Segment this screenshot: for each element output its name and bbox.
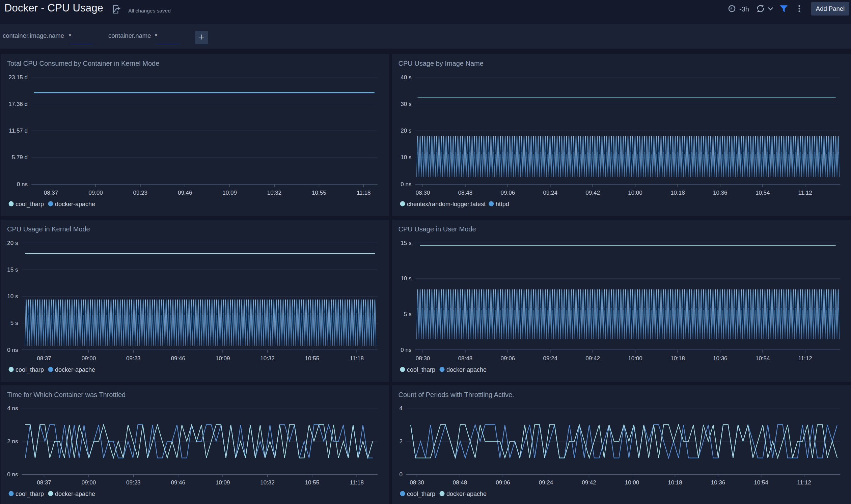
svg-text:23.15 d: 23.15 d bbox=[8, 74, 28, 80]
svg-text:09:42: 09:42 bbox=[582, 479, 596, 486]
svg-text:cool_tharp: cool_tharp bbox=[16, 366, 44, 373]
svg-text:10 s: 10 s bbox=[401, 154, 411, 161]
svg-text:09:00: 09:00 bbox=[88, 189, 103, 196]
svg-text:11:18: 11:18 bbox=[350, 479, 364, 486]
svg-text:09:00: 09:00 bbox=[82, 479, 96, 486]
svg-text:cool_tharp: cool_tharp bbox=[16, 490, 44, 497]
svg-text:4 ns: 4 ns bbox=[7, 405, 18, 411]
svg-text:docker-apache: docker-apache bbox=[446, 490, 486, 497]
svg-text:08:30: 08:30 bbox=[415, 355, 430, 361]
svg-text:30 s: 30 s bbox=[401, 101, 411, 107]
svg-text:09:42: 09:42 bbox=[585, 189, 600, 196]
svg-text:5 s: 5 s bbox=[11, 320, 18, 326]
svg-text:09:24: 09:24 bbox=[538, 479, 553, 486]
svg-text:10:00: 10:00 bbox=[628, 355, 642, 361]
svg-text:0 ns: 0 ns bbox=[17, 181, 28, 187]
svg-text:09:46: 09:46 bbox=[171, 479, 185, 486]
svg-text:0 ns: 0 ns bbox=[401, 181, 411, 187]
svg-text:10:32: 10:32 bbox=[267, 189, 282, 196]
svg-text:08:30: 08:30 bbox=[410, 479, 424, 486]
svg-text:10:54: 10:54 bbox=[755, 189, 770, 196]
svg-text:0: 0 bbox=[399, 471, 402, 478]
svg-text:httpd: httpd bbox=[495, 200, 509, 207]
svg-text:11.57 d: 11.57 d bbox=[9, 127, 28, 134]
svg-text:11:18: 11:18 bbox=[357, 189, 371, 196]
svg-text:08:37: 08:37 bbox=[37, 355, 51, 361]
svg-text:2 ns: 2 ns bbox=[7, 438, 18, 444]
svg-text:cool_tharp: cool_tharp bbox=[16, 200, 44, 208]
svg-text:08:37: 08:37 bbox=[44, 189, 58, 196]
svg-text:10:36: 10:36 bbox=[713, 355, 727, 361]
svg-text:09:00: 09:00 bbox=[82, 355, 96, 361]
svg-text:08:30: 08:30 bbox=[415, 189, 430, 196]
svg-text:09:06: 09:06 bbox=[500, 189, 515, 196]
svg-text:10:09: 10:09 bbox=[223, 189, 237, 196]
svg-text:10:09: 10:09 bbox=[216, 355, 230, 361]
svg-text:docker-apache: docker-apache bbox=[55, 490, 95, 497]
svg-text:chentex/random-logger:latest: chentex/random-logger:latest bbox=[407, 200, 485, 207]
svg-text:09:06: 09:06 bbox=[500, 355, 515, 361]
svg-text:08:48: 08:48 bbox=[458, 355, 473, 361]
svg-text:10:18: 10:18 bbox=[668, 479, 682, 486]
svg-text:09:24: 09:24 bbox=[543, 189, 557, 196]
svg-text:10:32: 10:32 bbox=[260, 479, 275, 486]
svg-text:10:00: 10:00 bbox=[628, 189, 642, 196]
svg-text:11:12: 11:12 bbox=[797, 479, 811, 486]
svg-text:10:55: 10:55 bbox=[305, 355, 320, 361]
svg-text:11:12: 11:12 bbox=[798, 189, 812, 196]
svg-text:15 s: 15 s bbox=[7, 266, 18, 273]
svg-text:5.79 d: 5.79 d bbox=[12, 154, 28, 161]
svg-text:20 s: 20 s bbox=[401, 127, 411, 134]
svg-text:10:18: 10:18 bbox=[671, 355, 685, 361]
svg-text:-3h: -3h bbox=[739, 5, 749, 13]
svg-text:docker-apache: docker-apache bbox=[55, 366, 95, 373]
svg-text:10:54: 10:54 bbox=[754, 479, 768, 486]
svg-text:2: 2 bbox=[399, 438, 402, 444]
svg-text:10:09: 10:09 bbox=[216, 479, 230, 486]
svg-text:09:24: 09:24 bbox=[543, 355, 557, 361]
svg-text:10 s: 10 s bbox=[7, 293, 18, 300]
svg-text:10:54: 10:54 bbox=[755, 355, 770, 361]
svg-text:5 s: 5 s bbox=[404, 311, 411, 317]
svg-text:40 s: 40 s bbox=[401, 74, 411, 80]
svg-text:10:55: 10:55 bbox=[305, 479, 320, 486]
svg-text:11:18: 11:18 bbox=[350, 355, 364, 361]
svg-text:17.36 d: 17.36 d bbox=[8, 101, 28, 107]
svg-text:15 s: 15 s bbox=[401, 239, 411, 246]
svg-text:10:32: 10:32 bbox=[260, 355, 275, 361]
svg-text:10:00: 10:00 bbox=[625, 479, 639, 486]
svg-text:11:12: 11:12 bbox=[798, 355, 812, 361]
svg-text:cool_tharp: cool_tharp bbox=[407, 490, 435, 497]
svg-text:docker-apache: docker-apache bbox=[446, 366, 486, 373]
svg-text:0 ns: 0 ns bbox=[7, 346, 18, 353]
svg-text:08:48: 08:48 bbox=[458, 189, 473, 196]
svg-text:10:18: 10:18 bbox=[671, 189, 685, 196]
svg-text:09:23: 09:23 bbox=[133, 189, 148, 196]
svg-text:0 ns: 0 ns bbox=[401, 346, 411, 353]
svg-text:09:46: 09:46 bbox=[171, 355, 185, 361]
svg-text:20 s: 20 s bbox=[7, 239, 18, 246]
svg-text:09:46: 09:46 bbox=[178, 189, 192, 196]
svg-text:10 s: 10 s bbox=[401, 275, 411, 282]
svg-text:08:48: 08:48 bbox=[453, 479, 467, 486]
svg-text:10:36: 10:36 bbox=[713, 189, 727, 196]
svg-text:09:06: 09:06 bbox=[496, 479, 510, 486]
svg-text:4: 4 bbox=[399, 405, 402, 411]
svg-text:08:37: 08:37 bbox=[37, 479, 51, 486]
svg-text:10:36: 10:36 bbox=[711, 479, 725, 486]
svg-text:docker-apache: docker-apache bbox=[55, 200, 95, 207]
svg-text:0 ns: 0 ns bbox=[7, 471, 18, 478]
svg-text:09:42: 09:42 bbox=[585, 355, 600, 361]
svg-text:cool_tharp: cool_tharp bbox=[407, 366, 435, 373]
svg-text:09:23: 09:23 bbox=[126, 355, 141, 361]
svg-text:10:55: 10:55 bbox=[312, 189, 326, 196]
svg-text:09:23: 09:23 bbox=[126, 479, 141, 486]
